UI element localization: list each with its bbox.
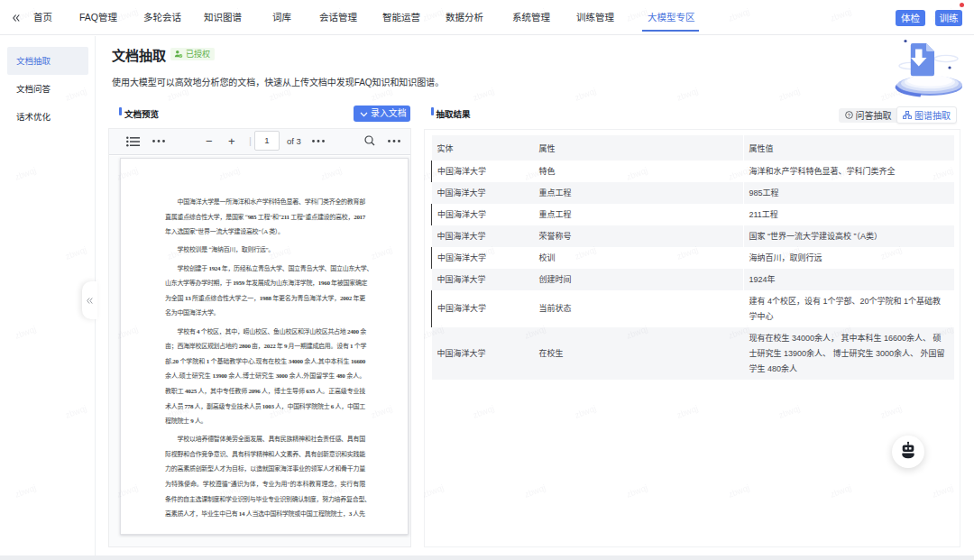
svg-text:?: ? [847,113,850,118]
